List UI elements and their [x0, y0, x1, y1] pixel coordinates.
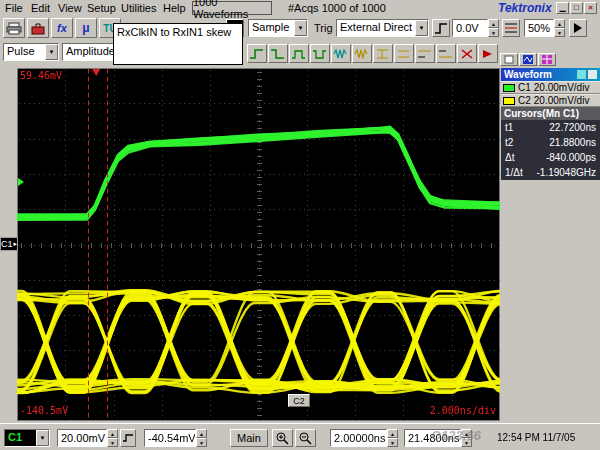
waveform-tool-button[interactable]: [519, 53, 537, 66]
spin-up-icon[interactable]: [554, 19, 565, 28]
t2-value: 21.8800ns: [549, 137, 596, 148]
measure-negative-width-button[interactable]: [310, 44, 330, 63]
menu-help[interactable]: Help: [158, 1, 191, 15]
zoom-out-button[interactable]: [295, 429, 316, 447]
spin-down-icon[interactable]: [387, 438, 398, 447]
trigger-level-spinner[interactable]: [488, 19, 499, 37]
panel-collapse-icon[interactable]: [577, 70, 586, 79]
measure-fall-time-button[interactable]: [268, 44, 288, 63]
fall-time-icon: [270, 48, 286, 60]
t1-label: t1: [505, 122, 513, 133]
chevron-down-icon[interactable]: [294, 20, 307, 36]
menu-file[interactable]: File: [0, 1, 28, 15]
grid-tool-button[interactable]: [538, 53, 556, 66]
maximize-icon[interactable]: □: [570, 2, 583, 14]
grid-icon: [542, 55, 552, 64]
spin-down-icon[interactable]: [554, 28, 565, 37]
measure-amplitude-button[interactable]: [394, 44, 414, 63]
acqs-readout: #Acqs 1000 of 1000: [288, 2, 386, 14]
channel-select-value[interactable]: C1: [5, 430, 36, 446]
spin-up-icon[interactable]: [107, 429, 118, 438]
measure-positive-width-button[interactable]: [289, 44, 309, 63]
cursor-arrow-icon: [572, 22, 584, 34]
wave-icon: [523, 55, 533, 64]
chevron-down-icon[interactable]: [415, 20, 428, 36]
measure-peak-peak-button[interactable]: [373, 44, 393, 63]
vertical-position-spinner[interactable]: [196, 429, 207, 447]
channel-row-c2[interactable]: C2 20.00mV/div: [501, 94, 600, 107]
trigger-slope-button[interactable]: [432, 19, 450, 37]
spin-up-icon[interactable]: [488, 19, 499, 28]
watermark: O123.66: [431, 428, 481, 443]
vertical-offset-button[interactable]: [120, 429, 136, 447]
timebase-spinner[interactable]: [387, 429, 398, 447]
math-button[interactable]: μ: [75, 18, 97, 38]
page-icon: [504, 55, 514, 64]
cursor-row-t1: t1 22.7200ns: [501, 120, 600, 135]
c2-marker[interactable]: C2: [288, 394, 310, 407]
pointer-button[interactable]: [569, 19, 587, 37]
measure-frequency-button[interactable]: [352, 44, 372, 63]
print-button[interactable]: [3, 18, 25, 38]
trigger-source-value[interactable]: External Direct: [337, 20, 415, 36]
close-icon[interactable]: ×: [584, 2, 597, 14]
oscilloscope-app: File Edit View Setup Utilities Help 1000…: [0, 0, 600, 450]
measure-high-level-button[interactable]: [415, 44, 435, 63]
bottom-voltage-readout: -140.5mV: [20, 405, 68, 416]
fx-icon: fx: [57, 22, 67, 34]
c1-marker[interactable]: C1: [0, 237, 18, 251]
t1-value: 22.7200ns: [549, 122, 596, 133]
timebase-value: 2.00000ns: [334, 432, 385, 444]
trigger-source-select[interactable]: External Direct: [336, 19, 429, 37]
measure-low-level-button[interactable]: [436, 44, 456, 63]
vertical-position-field[interactable]: -40.54mV: [144, 429, 196, 447]
spin-up-icon[interactable]: [196, 429, 207, 438]
channel-select[interactable]: C1: [4, 429, 50, 447]
spin-down-icon[interactable]: [196, 438, 207, 447]
t2-label: t2: [505, 137, 513, 148]
vertical-scale-spinner[interactable]: [107, 429, 118, 447]
horizontal-mode-button[interactable]: Main: [230, 429, 268, 447]
magnifier-plus-icon: [276, 432, 289, 445]
panel-close-icon[interactable]: [588, 70, 597, 79]
vertical-scale-field[interactable]: 20.00mV: [57, 429, 107, 447]
acquisition-mode-value[interactable]: Sample: [249, 20, 294, 36]
trigger-level-field[interactable]: 0.0V: [452, 19, 488, 37]
cursor-row-t2: t2 21.8800ns: [501, 135, 600, 150]
measure-burst-width-button[interactable]: [331, 44, 351, 63]
zoom-in-button[interactable]: [272, 429, 293, 447]
horizontal-mode-label: Main: [237, 432, 261, 444]
offset-icon: [122, 432, 134, 444]
magnifier-minus-icon: [299, 432, 312, 445]
zoom-percent-spinner[interactable]: [554, 19, 565, 37]
minimize-icon[interactable]: ▁: [556, 2, 569, 14]
trigger-levels-button[interactable]: [502, 19, 520, 37]
zoom-percent-field[interactable]: 50%: [524, 19, 554, 37]
tools-button[interactable]: [27, 18, 49, 38]
measure-rise-time-button[interactable]: [247, 44, 267, 63]
menu-edit[interactable]: Edit: [26, 1, 55, 15]
fx-button[interactable]: fx: [51, 18, 73, 38]
spin-up-icon[interactable]: [387, 429, 398, 438]
negative-width-icon: [312, 48, 328, 60]
timebase-field[interactable]: 2.00000ns: [330, 429, 387, 447]
waveform-panel-title: Waveform: [504, 69, 575, 80]
menu-setup[interactable]: Setup: [82, 1, 121, 15]
chevron-down-icon[interactable]: [36, 430, 49, 446]
measurement-setup-button[interactable]: [478, 44, 498, 63]
page-tool-button[interactable]: [500, 53, 518, 66]
top-voltage-readout: 59.46mV: [20, 70, 62, 81]
pulse-select-value[interactable]: Pulse: [4, 44, 45, 60]
channel-row-c1[interactable]: C1 20.00mV/div: [501, 81, 600, 94]
measure-category-pulse-select[interactable]: Pulse: [3, 43, 59, 61]
trigger-level-value: 0.0V: [456, 22, 479, 34]
spin-down-icon[interactable]: [488, 28, 499, 37]
acquisition-mode-select[interactable]: Sample: [248, 19, 308, 37]
mu-icon: μ: [82, 21, 89, 35]
chevron-down-icon[interactable]: [45, 44, 58, 60]
spin-down-icon[interactable]: [107, 438, 118, 447]
clear-x-icon: [459, 48, 475, 60]
clear-measurement-button[interactable]: [457, 44, 477, 63]
menu-utilities[interactable]: Utilities: [116, 1, 161, 15]
graticule-canvas: [17, 68, 500, 421]
